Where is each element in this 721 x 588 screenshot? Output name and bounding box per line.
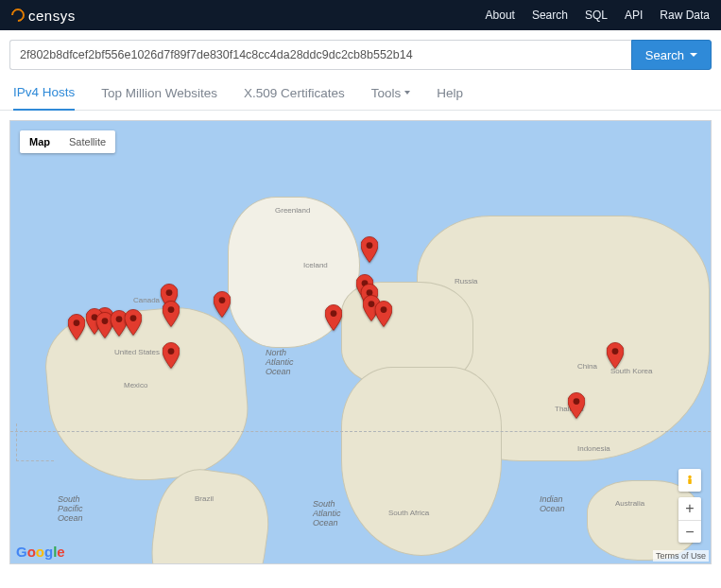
terms-of-use-link[interactable]: Terms of Use [653,550,709,562]
country-label: Australia [615,499,644,508]
nav-about[interactable]: About [486,9,515,22]
country-label: Canada [133,296,160,304]
search-button[interactable]: Search [631,40,712,70]
nav-rawdata[interactable]: Raw Data [660,9,710,22]
svg-point-7 [130,315,137,321]
ocean-label-south-pacific: South Pacific Ocean [58,494,83,523]
country-label: South Africa [388,509,429,517]
map-type-map[interactable]: Map [20,130,60,153]
tab-tools-label: Tools [371,86,402,100]
country-label: United States [114,348,160,356]
google-logo: Google [16,544,65,560]
dateline-segment [16,424,54,461]
zoom-out-button[interactable]: − [678,520,701,543]
brand[interactable]: censys [11,8,76,24]
ocean-label-south-atlantic: South Atlantic Ocean [313,499,341,527]
svg-point-17 [574,398,580,405]
top-nav: About Search SQL API Raw Data [486,9,710,22]
chevron-down-icon [690,53,697,57]
svg-rect-19 [688,478,692,484]
world-map[interactable]: North Atlantic Ocean South Atlantic Ocea… [9,120,712,564]
search-row: Search [0,30,721,76]
brand-text: censys [28,8,76,24]
map-pin-east-asia[interactable] [607,342,624,369]
tab-top-million[interactable]: Top Million Websites [101,85,217,110]
tab-x509-certs[interactable]: X.509 Certificates [244,85,345,110]
pegman-icon [683,474,696,487]
country-label: Greenland [275,206,310,215]
ocean-label-indian: Indian Ocean [540,494,565,513]
country-label: China [577,362,597,371]
map-pin-southeast-asia[interactable] [568,392,585,419]
country-label: Russia [455,277,477,285]
top-bar: censys About Search SQL API Raw Data [0,0,721,30]
landmass-africa [341,367,502,556]
nav-api[interactable]: API [625,9,643,22]
country-label: Mexico [124,381,147,389]
svg-point-15 [331,310,337,317]
country-label: Iceland [303,261,328,269]
streetview-pegman[interactable] [678,469,701,492]
svg-point-1 [166,289,173,296]
map-pin-us-midwest-2[interactable] [125,309,142,336]
svg-point-8 [168,306,175,313]
svg-point-14 [381,306,387,313]
map-pin-italy[interactable] [375,301,392,327]
map-pin-scandinavia[interactable] [361,236,378,263]
svg-point-6 [116,316,123,322]
tab-ipv4-hosts[interactable]: IPv4 Hosts [13,85,75,111]
nav-search[interactable]: Search [532,9,568,22]
ocean-label-north-atlantic: North Atlantic Ocean [266,348,294,376]
brand-c-icon [9,6,27,25]
tabs: IPv4 Hosts Top Million Websites X.509 Ce… [0,76,721,111]
tab-help[interactable]: Help [437,85,463,110]
svg-point-16 [612,348,619,355]
map-pin-spain[interactable] [325,304,342,331]
map-type-control: Map Satellite [20,130,115,153]
zoom-control: + − [678,497,701,543]
country-label: Brazil [195,494,214,503]
svg-point-10 [367,242,373,249]
map-pin-eastern-canada[interactable] [214,291,231,318]
zoom-in-button[interactable]: + [678,497,701,520]
nav-sql[interactable]: SQL [585,9,608,22]
svg-point-18 [688,476,692,479]
svg-point-2 [219,297,226,303]
map-pin-us-west-coast[interactable] [68,314,85,340]
search-button-label: Search [645,48,684,62]
map-type-satellite[interactable]: Satellite [60,130,115,153]
search-input[interactable] [9,40,631,70]
country-label: Indonesia [577,444,610,453]
map-pin-us-south[interactable] [163,342,180,369]
svg-point-3 [74,320,80,326]
chevron-down-icon [404,91,410,95]
map-pin-us-northeast[interactable] [163,301,180,327]
tab-tools[interactable]: Tools [371,85,411,110]
svg-point-13 [369,301,375,307]
svg-point-9 [168,348,175,355]
equator-line [10,431,711,432]
svg-point-5 [102,318,109,324]
